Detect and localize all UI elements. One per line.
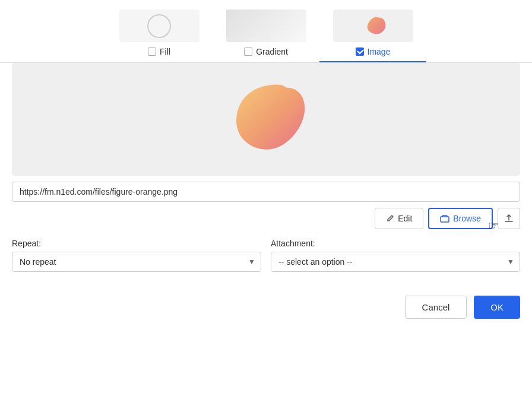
image-tab-thumbnail — [357, 12, 390, 39]
gradient-preview — [226, 9, 306, 42]
edit-button-label: Edit — [398, 214, 412, 223]
tab-gradient[interactable]: Gradient — [213, 9, 319, 62]
upload-button[interactable] — [498, 208, 520, 229]
image-label: Image — [368, 47, 391, 56]
edit-icon — [386, 214, 394, 223]
bottom-buttons: Cancel OK — [0, 284, 532, 331]
attachment-select[interactable]: -- select an option -- scroll fixed loca… — [271, 252, 520, 272]
fill-circle-icon — [147, 14, 171, 38]
image-preview-area — [12, 63, 520, 176]
tab-image[interactable]: Image — [319, 9, 426, 62]
url-input-row: https://fm.n1ed.com/files/figure-orange.… — [12, 182, 520, 202]
fill-preview — [119, 9, 200, 42]
svg-rect-0 — [441, 217, 449, 222]
image-checkbox[interactable] — [356, 47, 364, 56]
fill-checkbox[interactable] — [148, 47, 156, 56]
fill-label-row: Fill — [148, 47, 170, 56]
repeat-select-wrapper: No repeat Repeat Repeat X Repeat Y ▼ — [12, 252, 261, 272]
repeat-group: Repeat: No repeat Repeat Repeat X Repeat… — [12, 239, 261, 272]
ok-button[interactable]: OK — [474, 296, 520, 319]
repeat-attachment-row: Repeat: No repeat Repeat Repeat X Repeat… — [12, 239, 520, 272]
browse-button-label: Browse — [453, 214, 481, 223]
url-input[interactable]: https://fm.n1ed.com/files/figure-orange.… — [12, 182, 520, 202]
gradient-label-row: Gradient — [244, 47, 288, 56]
cancel-button[interactable]: Cancel — [405, 296, 467, 319]
gradient-checkbox[interactable] — [244, 47, 252, 56]
tab-bar: Fill Gradient Image — [0, 0, 532, 62]
image-label-row: Image — [356, 47, 391, 56]
edit-button[interactable]: Edit — [375, 208, 423, 229]
repeat-label: Repeat: — [12, 239, 261, 248]
upload-icon — [504, 214, 514, 223]
browse-icon — [440, 214, 449, 223]
attachment-label: Attachment: — [271, 239, 520, 248]
action-buttons-row: Edit Browse ☞ — [12, 208, 520, 229]
repeat-select[interactable]: No repeat Repeat Repeat X Repeat Y — [12, 252, 261, 272]
tab-fill[interactable]: Fill — [106, 9, 213, 62]
image-blob-preview — [213, 72, 319, 167]
browse-button[interactable]: Browse — [428, 208, 493, 229]
attachment-group: Attachment: -- select an option -- scrol… — [271, 239, 520, 272]
fill-label: Fill — [160, 47, 170, 56]
attachment-select-wrapper: -- select an option -- scroll fixed loca… — [271, 252, 520, 272]
gradient-label: Gradient — [256, 47, 288, 56]
image-tab-preview — [333, 9, 413, 42]
